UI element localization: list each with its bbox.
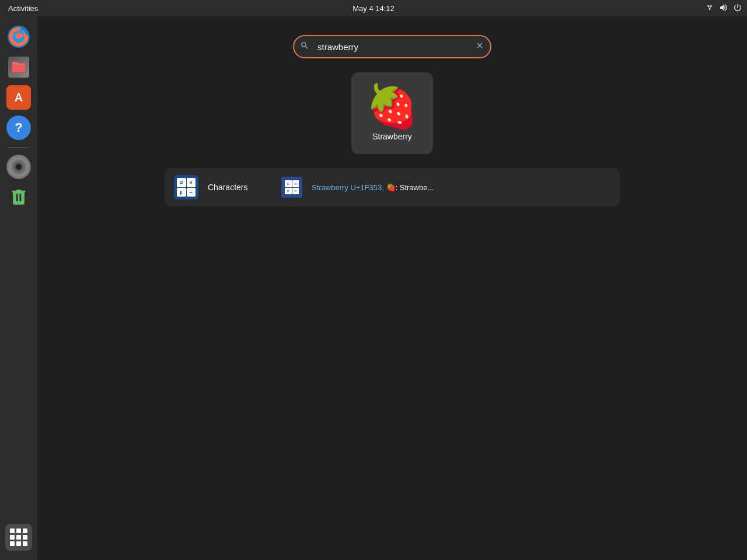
sidebar-item-files[interactable] [5, 54, 32, 80]
sidebar-item-software[interactable]: A [5, 84, 32, 111]
emoji-preview: 🍓 [386, 183, 396, 192]
sidebar: A ? [0, 16, 37, 560]
sidebar-item-help[interactable]: ? [5, 114, 32, 141]
search-icon [300, 41, 309, 52]
strawberry-app-card[interactable]: 🍓 Strawberry [351, 72, 433, 154]
network-icon[interactable] [705, 3, 714, 14]
svg-line-4 [710, 6, 711, 9]
main-content: 🍓 Strawberry Ω α β ∞ Characters [37, 16, 747, 560]
characters-app-icon: Ω α β ∞ [174, 175, 198, 200]
search-container [293, 35, 491, 58]
characters-result-row[interactable]: Ω α β ∞ Characters Ω α β ∞ [165, 168, 620, 206]
power-icon[interactable] [733, 3, 742, 14]
volume-icon[interactable] [719, 3, 728, 14]
grid-dots-icon [10, 528, 27, 546]
svg-rect-8 [12, 64, 25, 72]
search-results-section: Ω α β ∞ Characters Ω α β ∞ [165, 168, 620, 206]
detail-suffix: : Strawbe... [396, 183, 434, 192]
app-grid-button[interactable] [5, 524, 32, 551]
search-input[interactable] [293, 35, 491, 58]
strawberry-app-label: Strawberry [372, 132, 412, 141]
characters-app-name: Characters [208, 183, 272, 192]
app-results: 🍓 Strawberry [351, 72, 433, 154]
clock: May 4 14:12 [352, 4, 395, 13]
sidebar-item-trash[interactable] [5, 184, 32, 211]
unicode-text: Strawberry U+1F353, [312, 183, 386, 192]
search-clear-button[interactable] [475, 41, 484, 52]
system-tray [705, 3, 742, 14]
activities-button[interactable]: Activities [5, 3, 41, 14]
sidebar-item-firefox[interactable] [5, 23, 32, 50]
svg-line-3 [708, 6, 710, 9]
characters-result-icon: Ω α β ∞ [281, 177, 302, 198]
topbar: Activities May 4 14:12 [0, 0, 747, 16]
sidebar-item-disc[interactable] [5, 153, 32, 180]
dock-separator [8, 147, 29, 148]
strawberry-app-icon: 🍓 [366, 85, 418, 127]
characters-result-detail: Strawberry U+1F353, 🍓: Strawbe... [312, 183, 434, 192]
